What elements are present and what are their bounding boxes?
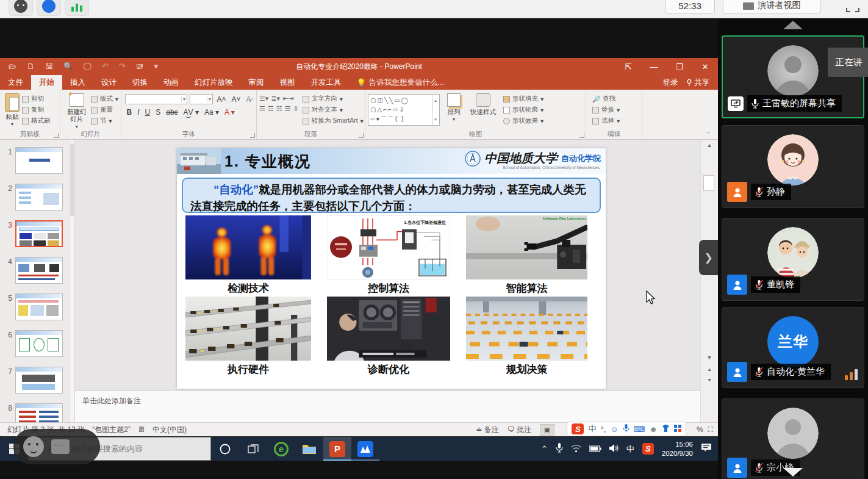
align-left-icon[interactable]: ☴ (259, 105, 265, 113)
ime-mode-toggle[interactable]: 中 (588, 423, 596, 434)
arrange-button[interactable]: 排列▾ (445, 92, 463, 131)
shape-fill-button[interactable]: 形状填充 ▾ (503, 95, 543, 103)
close-button[interactable]: ✕ (692, 58, 718, 75)
tray-sogou-icon[interactable]: S (642, 443, 654, 455)
shape-outline-button[interactable]: 形状轮廓 ▾ (503, 106, 543, 114)
reset-button[interactable]: 重置 (91, 106, 118, 114)
normal-view-button[interactable]: ▣ (540, 424, 554, 436)
participant-tile[interactable]: 兰华 自动化-黄兰华 (722, 307, 864, 388)
audio-level-button[interactable] (65, 0, 89, 16)
previous-slide-button[interactable]: ⯅ (701, 367, 718, 373)
slide-thumbnail-selected[interactable] (15, 220, 63, 247)
collapse-ribbon-icon[interactable]: ⌃ (706, 131, 711, 137)
task-view-button[interactable] (239, 437, 267, 461)
replace-button[interactable]: 替换 ▾ (592, 106, 639, 114)
participant-tile[interactable]: 董凯锋 (722, 218, 864, 301)
sign-in-button[interactable]: 登录 (662, 77, 678, 88)
shape-effects-button[interactable]: 形状效果 ▾ (503, 117, 543, 125)
member-button[interactable] (37, 0, 61, 16)
share-button[interactable]: ⚲ 共享 (686, 77, 709, 88)
slide-thumbnail[interactable] (15, 147, 63, 174)
tray-ime-mode[interactable]: 中 (626, 444, 634, 455)
paragraph-dialog-launcher[interactable] (359, 133, 364, 138)
slide-thumbnail[interactable] (15, 184, 63, 211)
comments-toggle[interactable]: 🗨 批注 (508, 425, 531, 435)
slide-3[interactable]: 1. 专业概况 中国地质大学 自动化学院 (177, 148, 606, 389)
participant-face-button[interactable] (9, 0, 33, 16)
tab-developer[interactable]: 开发工具 (303, 75, 350, 90)
grow-font-button[interactable]: A˄ (215, 95, 228, 104)
emoji-icon[interactable]: ☺ (610, 425, 618, 434)
shapes-scrollbar[interactable]: ▴▾ (432, 95, 439, 125)
scrollbar-thumb[interactable] (703, 175, 714, 191)
tray-mic-icon[interactable] (556, 443, 563, 455)
change-case-button[interactable]: Aa ▾ (203, 108, 220, 117)
clipboard-dialog-launcher[interactable] (54, 133, 59, 138)
participant-tile[interactable]: 宗小峰 (722, 398, 864, 479)
tray-expand-icon[interactable]: ⌃ (541, 444, 548, 453)
bold-button[interactable]: B (125, 108, 134, 117)
paste-button[interactable]: 粘贴▾ (2, 92, 22, 131)
bullets-icon[interactable]: ☰▾ (259, 95, 268, 103)
chat-bubble-icon[interactable] (51, 439, 70, 454)
cortana-button[interactable] (211, 437, 239, 461)
font-size-combo[interactable]: ▾ (190, 94, 213, 104)
punctuation-toggle[interactable]: °, (600, 425, 606, 434)
font-dialog-launcher[interactable] (250, 133, 255, 138)
italic-button[interactable]: I (136, 108, 141, 117)
char-spacing-button[interactable]: A͜V ▾ (182, 108, 200, 117)
notification-center-icon[interactable] (701, 443, 712, 455)
taskbar-clock[interactable]: 15:06 2020/9/30 (662, 440, 693, 458)
skin-icon[interactable] (662, 425, 670, 434)
format-painter-button[interactable]: 格式刷 (22, 117, 51, 125)
smartart-button[interactable]: 转换为 SmartArt ▾ (303, 117, 364, 125)
emoji-reaction-icon[interactable] (23, 436, 44, 457)
language-status[interactable]: 中文(中国) (152, 425, 187, 435)
browser-icon[interactable]: e (267, 437, 295, 461)
fit-slide-icon[interactable]: ⛶ (708, 425, 713, 434)
align-text-button[interactable]: 对齐文本 ▾ (303, 106, 364, 114)
skin-person-icon[interactable]: ☻ (649, 425, 658, 434)
sogou-ime-toolbar[interactable]: S 中 °, ☺ ⌨ ☻ (567, 422, 686, 436)
new-slide-button[interactable]: 新建幻灯片▾ (63, 92, 91, 131)
restore-button[interactable]: ❐ (667, 58, 692, 75)
participant-tile[interactable]: 孙静 (722, 125, 864, 208)
tab-design[interactable]: 设计 (93, 75, 124, 90)
meeting-app-icon[interactable] (351, 437, 379, 461)
slide-thumbnail[interactable] (15, 294, 63, 320)
strikethrough-button[interactable]: abc (165, 108, 179, 117)
minimize-button[interactable]: — (641, 58, 667, 75)
participants-scroll-up[interactable] (783, 21, 803, 29)
ribbon-options-button[interactable]: ⇱ (615, 58, 641, 75)
ppt-titlebar[interactable]: 🗁 🗋 🖫 🔍 🖵 ↶ ↷ 🖳 ▾ 自动化专业介绍2020最终 - PowerP… (0, 58, 718, 75)
meeting-floating-bar[interactable] (13, 429, 100, 464)
font-color-button[interactable]: A ▾ (223, 108, 236, 117)
notes-pane[interactable]: 单击此处添加备注 (75, 391, 700, 422)
shrink-font-button[interactable]: A˅ (230, 95, 242, 104)
presenter-view-button[interactable]: 演讲者视图 (723, 0, 820, 13)
drawing-dialog-launcher[interactable] (579, 133, 584, 138)
text-direction-button[interactable]: 文字方向 ▾ (303, 95, 364, 103)
intro-textbox[interactable]: “自动化”就是用机器部分或全部代替人的体力或脑力劳动，甚至完成人类无法直接完成的… (182, 178, 601, 213)
wifi-icon[interactable] (571, 444, 581, 455)
slide-thumbnail[interactable] (15, 403, 63, 422)
notes-toggle[interactable]: ≐ 备注 (476, 425, 498, 435)
scroll-down-icon[interactable]: ▼ (701, 355, 718, 361)
file-explorer-icon[interactable] (295, 437, 323, 461)
slide-scrollbar[interactable]: ▲ ▼ ⯅ ⯆ (700, 140, 718, 422)
numbering-icon[interactable]: ≣▾ (271, 95, 280, 103)
clear-format-button[interactable]: A̷ (245, 95, 253, 104)
layout-button[interactable]: 版式 ▾ (91, 95, 118, 103)
copy-button[interactable]: 复制 (22, 106, 51, 114)
scroll-up-icon[interactable]: ▲ (701, 142, 718, 148)
speaker-icon[interactable] (609, 444, 619, 455)
slide-thumbnail[interactable] (15, 330, 63, 357)
section-button[interactable]: 节 ▾ (91, 117, 118, 125)
tab-view[interactable]: 视图 (272, 75, 303, 90)
align-center-icon[interactable]: ☲ (268, 105, 274, 113)
participants-scroll-down[interactable] (783, 468, 803, 477)
shadow-button[interactable]: S (154, 108, 162, 117)
thumbnail-scrollbar[interactable] (69, 140, 74, 422)
select-button[interactable]: 选择 ▾ (592, 117, 639, 125)
fullscreen-icon[interactable] (846, 1, 859, 12)
